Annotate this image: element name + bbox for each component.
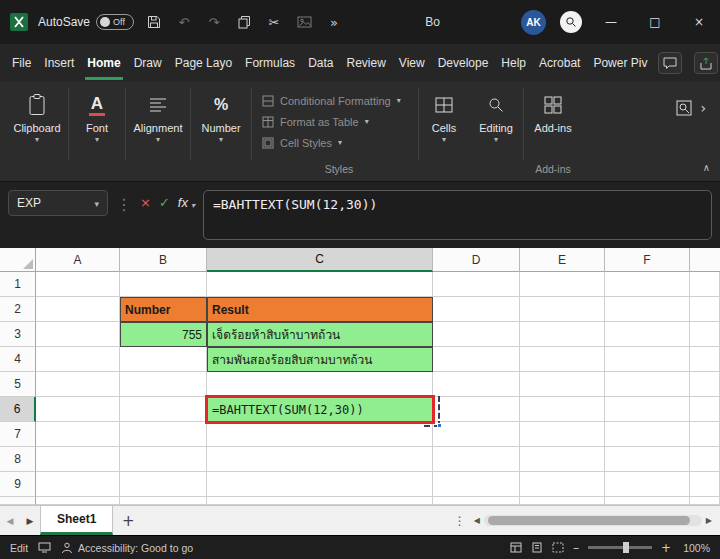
editing-group-button[interactable]: Editing ▾ [469, 86, 523, 144]
cell[interactable] [433, 422, 520, 447]
cell[interactable] [433, 472, 520, 497]
cell[interactable] [120, 397, 207, 422]
autosave-toggle[interactable]: AutoSave Off [38, 14, 134, 30]
cell-c6-active[interactable]: =BAHTTEXT(SUM(12,30)) [207, 397, 433, 422]
tab-acrobat[interactable]: Acrobat [537, 46, 582, 80]
cell[interactable] [207, 272, 433, 297]
cell[interactable] [605, 347, 690, 372]
cell[interactable] [433, 272, 520, 297]
number-group-button[interactable]: % Number ▾ [191, 86, 251, 144]
cell[interactable] [605, 272, 690, 297]
zoom-in-button[interactable]: + [661, 541, 671, 555]
cell[interactable] [36, 322, 120, 347]
cell[interactable] [120, 497, 207, 505]
save-button[interactable] [144, 15, 164, 29]
zoom-out-button[interactable]: – [573, 541, 579, 555]
cell[interactable] [605, 397, 690, 422]
page-layout-view-icon[interactable] [531, 542, 543, 553]
cell[interactable] [520, 497, 605, 505]
cell[interactable] [520, 447, 605, 472]
row-header-6[interactable]: 6 [0, 397, 36, 422]
cell[interactable] [520, 322, 605, 347]
cell[interactable] [36, 297, 120, 322]
cell[interactable] [36, 272, 120, 297]
cell[interactable] [207, 447, 433, 472]
restore-button[interactable]: □ [640, 0, 670, 44]
display-settings-icon[interactable] [38, 542, 51, 553]
analyze-data-icon[interactable] [676, 100, 692, 116]
cell[interactable] [433, 497, 520, 505]
accessibility-status[interactable]: Accessibility: Good to go [61, 542, 193, 554]
workbook-title[interactable]: Bo [344, 15, 521, 29]
scroll-left-icon[interactable]: ◀ [474, 516, 480, 525]
column-header-a[interactable]: A [36, 248, 120, 272]
zoom-slider-thumb[interactable] [623, 542, 629, 553]
cell-c4[interactable]: สามพันสองร้อยสิบสามบาทถ้วน [207, 347, 433, 372]
cell-b2[interactable]: Number [120, 297, 207, 322]
cell[interactable] [605, 497, 690, 505]
cell[interactable] [36, 472, 120, 497]
cell[interactable] [36, 422, 120, 447]
tab-scroll-divider[interactable]: ⋮ [454, 514, 466, 528]
column-header-c[interactable]: C [207, 248, 433, 272]
cancel-icon[interactable]: × [140, 195, 151, 210]
cell[interactable] [520, 347, 605, 372]
cells-group-button[interactable]: Cells ▾ [419, 86, 469, 144]
minimize-button[interactable]: — [596, 0, 626, 44]
collapse-ribbon-button[interactable]: ∧ [703, 162, 710, 173]
cell[interactable] [120, 472, 207, 497]
copy-button[interactable] [234, 15, 254, 29]
cell-c2[interactable]: Result [207, 297, 433, 322]
cell[interactable] [36, 347, 120, 372]
formula-input[interactable]: =BAHTTEXT(SUM(12,30)) [203, 190, 712, 240]
cell[interactable] [520, 472, 605, 497]
enter-icon[interactable]: ✓ [159, 195, 170, 210]
cell[interactable] [207, 497, 433, 505]
cell-styles-button[interactable]: Cell Styles ▾ [262, 132, 418, 153]
cell[interactable] [433, 322, 520, 347]
ribbon-overflow-chevron[interactable]: › [700, 100, 706, 116]
tab-data[interactable]: Data [306, 46, 335, 80]
cell[interactable] [120, 447, 207, 472]
comments-button[interactable] [658, 52, 682, 74]
autosave-switch[interactable]: Off [96, 14, 134, 30]
row-header-1[interactable]: 1 [0, 272, 36, 297]
select-all-corner[interactable] [0, 248, 36, 272]
column-header-e[interactable]: E [520, 248, 605, 272]
tab-developer[interactable]: Develope [436, 46, 491, 80]
cell[interactable] [36, 397, 120, 422]
row-header-5[interactable]: 5 [0, 372, 36, 397]
scroll-right-icon[interactable]: ▶ [706, 516, 712, 525]
undo-button[interactable]: ↶ [174, 15, 194, 30]
cell[interactable] [207, 422, 433, 447]
insert-function-button[interactable]: fx ▾ [178, 195, 195, 210]
cell[interactable] [605, 472, 690, 497]
tab-draw[interactable]: Draw [132, 46, 164, 80]
cell[interactable] [605, 422, 690, 447]
cell[interactable] [433, 372, 520, 397]
addins-button[interactable]: Add-ins [524, 86, 582, 134]
tab-power-pivot[interactable]: Power Piv [591, 46, 649, 80]
avatar[interactable]: AK [521, 10, 546, 35]
alignment-group-button[interactable]: Alignment ▾ [126, 86, 190, 144]
conditional-formatting-button[interactable]: Conditional Formatting ▾ [262, 90, 418, 111]
tab-view[interactable]: View [397, 46, 427, 80]
column-header-f[interactable]: F [605, 248, 690, 272]
row-header-8[interactable]: 8 [0, 447, 36, 472]
cell[interactable] [120, 347, 207, 372]
search-icon[interactable] [560, 11, 582, 33]
cell[interactable] [36, 372, 120, 397]
cell[interactable] [433, 347, 520, 372]
cell[interactable] [433, 397, 520, 422]
tab-review[interactable]: Review [344, 46, 387, 80]
cell[interactable] [520, 272, 605, 297]
cell[interactable] [36, 447, 120, 472]
cell[interactable] [433, 447, 520, 472]
zoom-level[interactable]: 100% [680, 542, 710, 554]
cell[interactable] [520, 422, 605, 447]
sheet-tab-sheet1[interactable]: Sheet1 [40, 506, 113, 535]
sheet-nav-right-icon[interactable]: ▶ [20, 516, 40, 526]
horizontal-scrollbar[interactable]: ◀ ▶ [474, 515, 720, 526]
name-box[interactable]: EXP ▾ [8, 190, 108, 216]
cell[interactable] [207, 372, 433, 397]
